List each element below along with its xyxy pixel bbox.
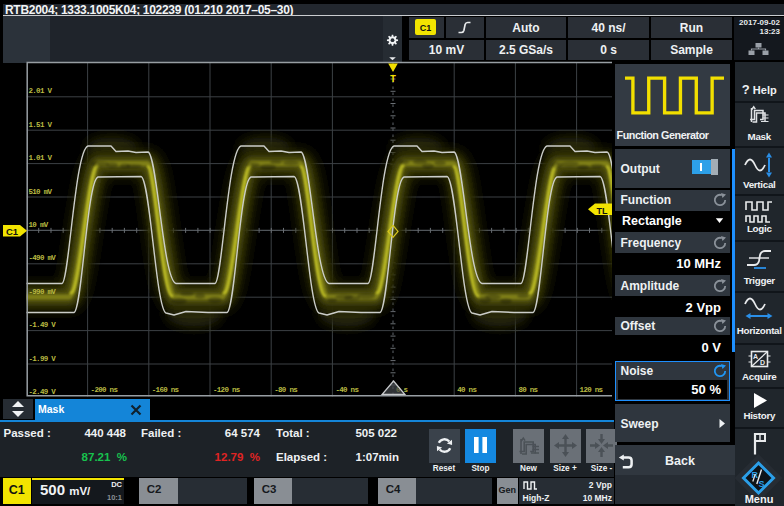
svg-text:T: T <box>390 74 396 85</box>
svg-text:-490 mV: -490 mV <box>29 254 57 262</box>
svg-text:2.01 V: 2.01 V <box>29 87 53 95</box>
svg-text:-990 mV: -990 mV <box>29 288 57 296</box>
svg-text:TL: TL <box>597 206 608 216</box>
svg-text:-2.49 V: -2.49 V <box>29 388 57 396</box>
svg-text:C1: C1 <box>6 226 19 237</box>
svg-text:-160 ns: -160 ns <box>152 386 180 394</box>
svg-text:-40 ns: -40 ns <box>335 386 359 394</box>
svg-text:-200 ns: -200 ns <box>91 386 119 394</box>
svg-text:-120 ns: -120 ns <box>213 386 241 394</box>
svg-text:120 ns: 120 ns <box>580 386 604 394</box>
svg-text:-80 ns: -80 ns <box>274 386 298 394</box>
svg-text:1.01 V: 1.01 V <box>29 154 53 162</box>
svg-text:1.51 V: 1.51 V <box>29 121 53 129</box>
svg-text:10 mV: 10 mV <box>29 221 49 229</box>
svg-text:-1.99 V: -1.99 V <box>29 355 57 363</box>
svg-text:-1.49 V: -1.49 V <box>29 321 57 329</box>
svg-text:80 ns: 80 ns <box>518 386 538 394</box>
svg-text:510 mV: 510 mV <box>29 188 53 196</box>
svg-text:40 ns: 40 ns <box>457 386 477 394</box>
svg-text:A: A <box>753 353 758 360</box>
svg-text:D: D <box>760 359 765 366</box>
svg-text:S: S <box>759 479 765 489</box>
